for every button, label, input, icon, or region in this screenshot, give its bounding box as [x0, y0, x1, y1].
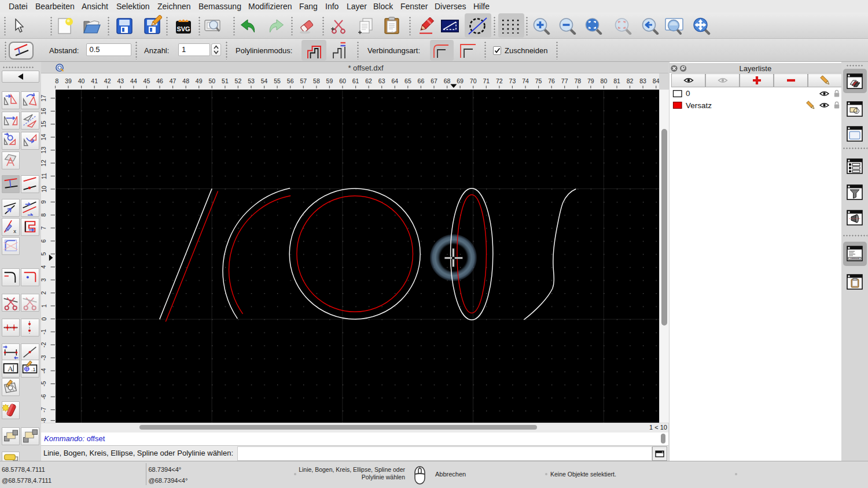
svg-text:-8: -8	[41, 417, 47, 423]
svg-text:47: 47	[169, 77, 176, 84]
svg-text:65: 65	[404, 77, 411, 84]
svg-text:15: 15	[41, 121, 47, 128]
svg-text:1: 1	[41, 304, 47, 308]
svg-text:71: 71	[483, 77, 490, 84]
svg-text:68: 68	[443, 77, 450, 84]
svg-text:67: 67	[431, 77, 437, 84]
svg-text:11: 11	[41, 173, 47, 179]
svg-text:62: 62	[365, 77, 372, 84]
svg-text:69: 69	[457, 77, 464, 84]
svg-text:3: 3	[41, 278, 47, 282]
svg-text:2: 2	[41, 291, 47, 294]
svg-text:5: 5	[41, 252, 47, 256]
svg-text:0: 0	[686, 89, 690, 98]
svg-text:54: 54	[260, 77, 267, 84]
svg-text:76: 76	[548, 77, 555, 84]
svg-text:84: 84	[652, 77, 659, 84]
svg-text:60: 60	[339, 77, 346, 84]
svg-text:13: 13	[41, 146, 47, 153]
svg-text:45: 45	[143, 77, 150, 84]
svg-text:12: 12	[41, 160, 47, 167]
svg-text:83: 83	[639, 77, 646, 84]
svg-text:A: A	[8, 364, 13, 373]
svg-text:SVG: SVG	[176, 25, 190, 32]
svg-text:8: 8	[41, 213, 47, 217]
svg-text:77: 77	[561, 77, 568, 84]
svg-text:10: 10	[41, 186, 47, 193]
svg-text:9: 9	[41, 200, 47, 204]
svg-text:-3: -3	[41, 355, 47, 360]
svg-text:command: command	[851, 257, 860, 260]
svg-text:70: 70	[469, 77, 476, 84]
svg-text:79: 79	[587, 77, 594, 84]
svg-text:42: 42	[104, 77, 111, 84]
svg-text:50: 50	[208, 77, 215, 84]
svg-text:52: 52	[234, 77, 241, 84]
svg-text:38: 38	[55, 77, 58, 84]
svg-text:72: 72	[495, 77, 502, 84]
svg-text:44: 44	[130, 77, 137, 84]
svg-text:75: 75	[535, 77, 542, 84]
svg-text:56: 56	[286, 77, 293, 84]
svg-text:x: x	[13, 228, 16, 234]
svg-text:78: 78	[574, 77, 581, 84]
svg-text:43: 43	[117, 77, 124, 84]
svg-text:.1: .1	[31, 367, 35, 372]
svg-text:6: 6	[41, 239, 47, 243]
svg-text:14: 14	[41, 134, 47, 141]
svg-text:66: 66	[417, 77, 424, 84]
svg-text:49: 49	[195, 77, 202, 84]
svg-text:-1: -1	[41, 329, 47, 334]
svg-text:81: 81	[613, 77, 620, 84]
svg-text:7: 7	[41, 226, 47, 230]
svg-text:55: 55	[274, 77, 281, 84]
svg-text:41: 41	[91, 77, 98, 84]
svg-text:46: 46	[156, 77, 163, 84]
svg-text:-6: -6	[41, 394, 47, 399]
svg-text:57: 57	[300, 77, 307, 84]
svg-text:58: 58	[313, 77, 320, 84]
svg-text:63: 63	[378, 77, 385, 84]
svg-text:40: 40	[78, 77, 84, 84]
svg-text:59: 59	[326, 77, 333, 84]
svg-text:64: 64	[391, 77, 398, 84]
svg-text:73: 73	[509, 77, 516, 84]
svg-text:39: 39	[65, 77, 72, 84]
svg-text:17: 17	[41, 95, 47, 102]
svg-text:74: 74	[522, 77, 529, 84]
svg-text:-7: -7	[41, 407, 47, 412]
svg-text:82: 82	[626, 77, 633, 84]
svg-text:-4: -4	[41, 368, 47, 373]
svg-text:0: 0	[41, 317, 47, 320]
svg-text:-2: -2	[41, 342, 47, 347]
svg-text:Versatz: Versatz	[686, 101, 712, 110]
svg-text:80: 80	[600, 77, 607, 84]
svg-text:48: 48	[182, 77, 189, 84]
svg-text:61: 61	[352, 77, 359, 84]
svg-text:-5: -5	[41, 381, 47, 386]
svg-text:4: 4	[41, 265, 47, 268]
svg-text:51: 51	[222, 77, 229, 84]
svg-text:53: 53	[248, 77, 255, 84]
svg-text:16: 16	[41, 108, 47, 114]
